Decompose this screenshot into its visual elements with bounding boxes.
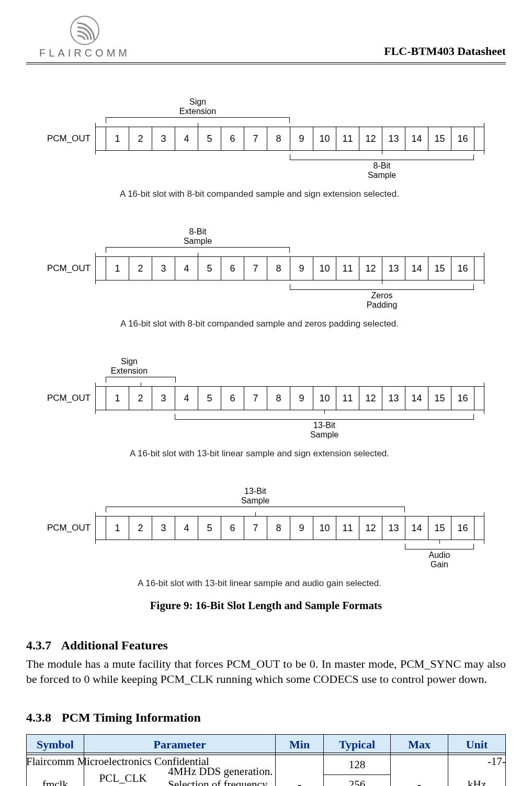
bit-cell: 11 <box>336 256 359 280</box>
footer-left: Flaircomm Microelectronics Confidential <box>26 755 209 768</box>
bit-cell: 7 <box>244 516 267 540</box>
th-parameter: Parameter <box>84 735 275 755</box>
bit-slots: 1 2 3 4 5 6 7 8 9 10 11 12 13 14 15 16 <box>95 127 484 151</box>
bit-cell: 9 <box>290 386 313 410</box>
d1-top-label: Sign Extension <box>106 97 290 116</box>
table-header-row: Symbol Parameter Min Typical Max Unit <box>27 735 506 755</box>
timing-diagrams: Sign Extension PCM_OUT 1 2 3 4 5 6 7 8 <box>47 96 472 589</box>
diagram-4: 13-Bit Sample PCM_OUT 1 2 3 4 5 6 7 8 9 <box>47 485 472 589</box>
bit-cell: 3 <box>152 386 175 410</box>
page-footer: Flaircomm Microelectronics Confidential … <box>26 753 506 768</box>
bit-slots: 1 2 3 4 5 6 7 8 9 10 11 12 13 14 15 16 <box>95 386 484 410</box>
section-4-3-7-heading: 4.3.7 Additional Features <box>26 638 506 653</box>
d2-top-label: 8-Bit Sample <box>106 227 290 246</box>
bit-cell: 14 <box>405 386 428 410</box>
svg-point-0 <box>71 16 99 44</box>
bit-cell: 12 <box>359 256 382 280</box>
bit-cell: 7 <box>244 386 267 410</box>
bit-cell: 11 <box>336 516 359 540</box>
bit-cell: 5 <box>198 256 221 280</box>
bit-cell: 5 <box>198 386 221 410</box>
pcm-out-label: PCM_OUT <box>47 523 95 533</box>
section-4-3-7-text: The module has a mute facility that forc… <box>26 657 506 687</box>
bit-cell: 16 <box>451 516 474 540</box>
bit-cell: 14 <box>405 127 428 151</box>
bit-cell: 6 <box>221 127 244 151</box>
d3-caption: A 16-bit slot with 13-bit linear sample … <box>47 448 472 459</box>
bit-cell: 15 <box>428 516 451 540</box>
diagram-3: Sign Extension PCM_OUT 1 2 3 4 5 6 7 8 <box>47 355 472 459</box>
bit-cell: 12 <box>359 386 382 410</box>
bit-cell: 12 <box>359 127 382 151</box>
bit-cell: 2 <box>129 386 152 410</box>
bit-cell: 3 <box>152 127 175 151</box>
figure-caption: Figure 9: 16-Bit Slot Length and Sample … <box>26 599 506 612</box>
bit-cell: 13 <box>382 256 405 280</box>
bit-cell: 13 <box>382 516 405 540</box>
bit-cell: 6 <box>221 516 244 540</box>
bit-cell: 1 <box>106 127 129 151</box>
d4-top-label: 13-Bit Sample <box>106 487 405 506</box>
diagram-1: Sign Extension PCM_OUT 1 2 3 4 5 6 7 8 <box>47 96 472 199</box>
bit-cell: 9 <box>290 127 313 151</box>
bit-cell: 10 <box>313 256 336 280</box>
cell-typical: 256 <box>323 775 390 786</box>
bit-cell: 2 <box>129 256 152 280</box>
bit-cell: 11 <box>336 386 359 410</box>
th-max: Max <box>391 735 448 755</box>
bit-cell: 5 <box>198 516 221 540</box>
bit-cell: 13 <box>382 386 405 410</box>
document-title: FLC-BTM403 Datasheet <box>384 44 506 58</box>
bit-cell: 8 <box>267 256 290 280</box>
d1-caption: A 16-bit slot with 8-bit companded sampl… <box>47 189 472 199</box>
bit-cell: 16 <box>451 127 474 151</box>
section-number: 4.3.8 <box>26 711 59 725</box>
bit-cell: 4 <box>175 256 198 280</box>
bit-cell: 10 <box>313 386 336 410</box>
th-unit: Unit <box>448 735 506 755</box>
bit-cell: 11 <box>336 127 359 151</box>
bit-cell: 7 <box>244 127 267 151</box>
bit-cell: 4 <box>175 516 198 540</box>
bit-cell: 4 <box>175 386 198 410</box>
d3-top-label: Sign Extension <box>84 357 175 376</box>
bit-cell: 2 <box>129 516 152 540</box>
pcm-out-label: PCM_OUT <box>47 393 95 403</box>
bit-cell: 14 <box>405 516 428 540</box>
d4-bot-label: Audio Gain <box>405 551 474 569</box>
bit-slots: 1 2 3 4 5 6 7 8 9 10 11 12 13 14 15 16 <box>95 256 484 280</box>
bit-cell: 6 <box>221 256 244 280</box>
th-min: Min <box>276 735 324 755</box>
section-number: 4.3.7 <box>26 638 59 653</box>
bit-cell: 12 <box>359 516 382 540</box>
bit-cell: 15 <box>428 256 451 280</box>
cell-param-desc: 4MHz DDS generation. Selection of freque… <box>162 765 275 786</box>
bit-cell: 13 <box>382 127 405 151</box>
bit-cell: 15 <box>428 127 451 151</box>
bit-cell: 6 <box>221 386 244 410</box>
bit-cell: 3 <box>152 256 175 280</box>
d2-caption: A 16-bit slot with 8-bit companded sampl… <box>47 319 472 329</box>
bit-cell: 1 <box>106 256 129 280</box>
footer-page-number: -17- <box>488 755 506 768</box>
bit-cell: 8 <box>267 127 290 151</box>
bit-cell: 7 <box>244 256 267 280</box>
pcm-out-label: PCM_OUT <box>47 263 95 274</box>
th-symbol: Symbol <box>27 735 84 755</box>
bit-cell: 14 <box>405 256 428 280</box>
bit-cell: 9 <box>290 256 313 280</box>
d3-bot-label: 13-Bit Sample <box>175 421 474 440</box>
bit-cell: 1 <box>106 516 129 540</box>
bit-cell: 3 <box>152 516 175 540</box>
bit-cell: 9 <box>290 516 313 540</box>
bit-cell: 5 <box>198 127 221 151</box>
section-title: PCM Timing Information <box>62 711 201 724</box>
pcm-out-label: PCM_OUT <box>47 133 95 144</box>
bit-cell: 8 <box>267 386 290 410</box>
d4-caption: A 16-bit slot with 13-bit linear sample … <box>47 578 472 589</box>
flaircomm-logo-icon <box>70 16 99 45</box>
page-header: FLAIRCOMM FLC-BTM403 Datasheet <box>26 16 506 64</box>
d1-bot-label: 8-Bit Sample <box>290 161 474 180</box>
th-typical: Typical <box>323 735 390 755</box>
brand-name: FLAIRCOMM <box>39 47 130 59</box>
